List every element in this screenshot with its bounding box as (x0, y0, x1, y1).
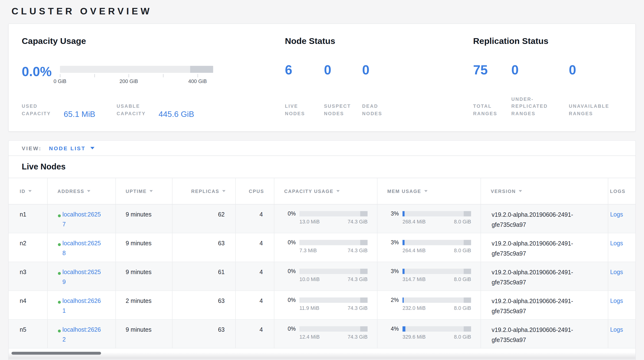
node-address-link[interactable]: localhost:26261 (62, 296, 103, 316)
replicas-cell: 61 (172, 262, 236, 290)
mem-bar-fill (402, 326, 405, 331)
capacity-usage-cell: 0% 7.3 MiB 74.3 GiB (274, 233, 377, 262)
live-status-icon (58, 329, 61, 332)
logs-link[interactable]: Logs (610, 297, 623, 304)
column-header-address[interactable]: ADDRESS (48, 178, 116, 204)
page-title: CLUSTER OVERVIEW (12, 6, 152, 17)
logs-link[interactable]: Logs (610, 269, 623, 275)
column-header-replicas[interactable]: REPLICAS (172, 178, 236, 204)
logs-link[interactable]: Logs (610, 326, 623, 333)
axis-tick (94, 74, 95, 78)
horizontal-scrollbar-thumb[interactable] (12, 352, 101, 355)
total-ranges-count: 75 (473, 63, 511, 77)
mem-usage-cell: 3% 264.4 MiB 8.0 GiB (377, 233, 481, 262)
logs-cell: Logs (608, 205, 636, 233)
table-row: n2 localhost:26258 9 minutes 63 4 0% 7.3… (8, 233, 636, 262)
capacity-usage-section: Capacity Usage 0.0% 0 GiB 200 GiB (22, 36, 285, 119)
mem-used-value: 268.4 MiB (402, 219, 426, 225)
node-address-link[interactable]: localhost:26257 (62, 210, 103, 229)
capacity-total-value: 74.3 GiB (348, 305, 368, 311)
mem-usage-bar (402, 269, 471, 274)
capacity-bar-tail (360, 269, 368, 274)
logs-cell: Logs (608, 233, 636, 262)
cpus-value: 4 (260, 269, 263, 275)
sort-caret-icon (519, 190, 522, 192)
uptime-cell: 2 minutes (116, 291, 172, 319)
live-status-icon (58, 272, 61, 275)
replicas-value: 63 (218, 240, 225, 246)
axis-tick (129, 74, 129, 78)
column-header-uptime[interactable]: UPTIME (116, 178, 172, 204)
table-row: n5 localhost:26262 9 minutes 63 4 0% 12.… (8, 320, 636, 348)
under-replicated-ranges-stat: 0 UNDER-REPLICATED RANGES (511, 63, 569, 118)
capacity-total-value: 74.3 GiB (348, 276, 368, 282)
mem-bar-fill (402, 269, 405, 274)
suspect-nodes-count: 0 (324, 63, 362, 77)
column-header-version[interactable]: VERSION (481, 178, 608, 204)
capacity-usage-title: Capacity Usage (22, 36, 285, 46)
uptime-value: 9 minutes (126, 326, 152, 333)
view-selector-dropdown[interactable]: NODE LIST (49, 145, 95, 151)
mem-bar-tail (464, 297, 471, 303)
node-address-link[interactable]: localhost:26258 (62, 239, 103, 258)
view-selector-value: NODE LIST (49, 145, 86, 151)
node-id: n2 (20, 240, 26, 246)
cpus-cell: 4 (236, 291, 274, 319)
mem-bar-fill (402, 240, 405, 245)
usable-capacity-stat: USABLE CAPACITY 445.6 GiB (117, 103, 194, 118)
capacity-total-value: 74.3 GiB (348, 248, 368, 253)
dead-nodes-label: DEAD NODES (362, 103, 395, 118)
live-nodes-card: Live Nodes IDADDRESSUPTIMEREPLICASCPUSCA… (8, 156, 636, 360)
suspect-nodes-stat: 0 SUSPECT NODES (324, 63, 362, 118)
capacity-usage-meter: 0 GiB 200 GiB 400 GiB (60, 63, 213, 78)
capacity-percent-value: 0% (284, 268, 296, 275)
capacity-used-value: 10.0 MiB (300, 276, 320, 282)
live-nodes-count: 6 (285, 63, 324, 77)
capacity-bar-tail (360, 211, 368, 216)
axis-tick-label: 200 GiB (120, 78, 138, 84)
capacity-percent-value: 0% (284, 297, 296, 303)
version-value: v19.2.0-alpha.20190606-2491-gfe735c9a97 (492, 240, 573, 257)
column-header-label: LOGS (610, 189, 626, 194)
node-address-link[interactable]: localhost:26262 (62, 325, 103, 345)
summary-card: Capacity Usage 0.0% 0 GiB 200 GiB (8, 24, 636, 132)
capacity-percent-value: 0% (284, 326, 296, 332)
cpus-cell: 4 (236, 320, 274, 348)
mem-total-value: 8.0 GiB (454, 248, 471, 253)
column-header-capacity-usage[interactable]: CAPACITY USAGE (274, 178, 377, 204)
node-id: n4 (20, 297, 26, 304)
uptime-value: 9 minutes (126, 211, 152, 218)
node-address-cell: localhost:26257 (48, 205, 116, 233)
mem-bar-fill (402, 297, 404, 303)
version-cell: v19.2.0-alpha.20190606-2491-gfe735c9a97 (481, 205, 608, 233)
live-status-icon (58, 214, 61, 217)
node-address-link[interactable]: localhost:26259 (62, 267, 103, 287)
mem-usage-cell: 3% 314.7 MiB 8.0 GiB (377, 262, 481, 290)
mem-bar-tail (464, 326, 471, 331)
logs-link[interactable]: Logs (610, 240, 623, 246)
live-status-icon (58, 301, 61, 304)
used-capacity-stat: USED CAPACITY 65.1 MiB (22, 103, 95, 118)
capacity-bar-tail (360, 240, 368, 245)
replicas-value: 62 (218, 211, 225, 218)
replicas-value: 61 (218, 269, 225, 275)
column-header-label: MEM USAGE (388, 189, 422, 194)
unavailable-ranges-stat: 0 UNAVAILABLE RANGES (569, 63, 622, 118)
mem-usage-cell: 2% 232.0 MiB 8.0 GiB (377, 291, 481, 319)
mem-usage-cell: 3% 268.4 MiB 8.0 GiB (377, 205, 481, 233)
uptime-cell: 9 minutes (116, 205, 172, 233)
logs-cell: Logs (608, 291, 636, 319)
mem-used-value: 264.4 MiB (402, 248, 426, 253)
column-header-mem-usage[interactable]: MEM USAGE (377, 178, 481, 204)
replicas-cell: 63 (172, 291, 236, 319)
version-value: v19.2.0-alpha.20190606-2491-gfe735c9a97 (492, 269, 573, 285)
logs-link[interactable]: Logs (610, 211, 623, 218)
capacity-used-value: 7.3 MiB (300, 248, 317, 253)
replicas-cell: 62 (172, 205, 236, 233)
version-value: v19.2.0-alpha.20190606-2491-gfe735c9a97 (492, 298, 573, 314)
total-ranges-label: TOTAL RANGES (473, 103, 511, 118)
mem-used-value: 329.6 MiB (402, 334, 426, 340)
column-header-id[interactable]: ID (8, 178, 48, 204)
node-status-title: Node Status (285, 36, 473, 46)
live-nodes-label: LIVE NODES (285, 103, 318, 118)
